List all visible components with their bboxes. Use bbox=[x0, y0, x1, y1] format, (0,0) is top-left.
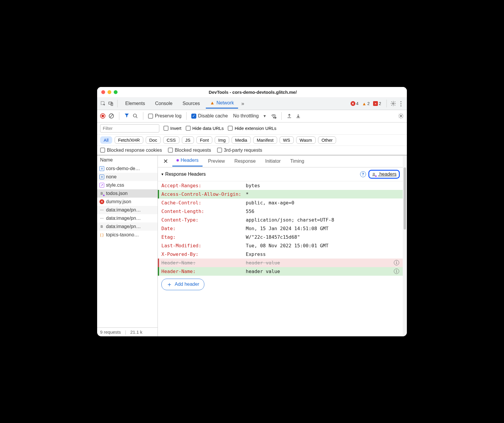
window-controls bbox=[101, 90, 118, 94]
separator bbox=[281, 112, 282, 120]
chip-all[interactable]: All bbox=[100, 136, 112, 144]
header-row-removed: Header-Name:header valuei bbox=[158, 259, 403, 267]
image-icon: ⋯ bbox=[99, 208, 104, 212]
upload-icon[interactable] bbox=[286, 113, 292, 119]
tab-console[interactable]: Console bbox=[151, 99, 177, 108]
request-row[interactable]: { }topics-taxono… bbox=[97, 231, 158, 239]
tab-preview[interactable]: Preview bbox=[204, 157, 229, 166]
request-count: 9 requests bbox=[100, 330, 121, 335]
error-icon: ✕ bbox=[351, 101, 355, 106]
clear-icon[interactable] bbox=[108, 113, 114, 119]
issues-count[interactable]: ✕2 bbox=[373, 101, 381, 106]
chip-manifest[interactable]: Manifest bbox=[253, 136, 277, 144]
record-button[interactable] bbox=[100, 113, 105, 119]
filter-input[interactable] bbox=[100, 124, 159, 133]
warning-count[interactable]: ▲2 bbox=[362, 101, 370, 106]
settings-icon[interactable] bbox=[398, 113, 404, 119]
download-icon[interactable] bbox=[295, 113, 301, 119]
tab-response[interactable]: Response bbox=[230, 157, 260, 166]
help-icon[interactable]: ? bbox=[360, 171, 366, 177]
settings-icon[interactable] bbox=[390, 101, 396, 106]
svg-point-3 bbox=[393, 103, 394, 104]
scroll-thumb[interactable] bbox=[404, 167, 406, 230]
request-row[interactable]: ✕dummy.json bbox=[97, 198, 158, 206]
devtools-window: DevTools - cors-demo-devtools.glitch.me/… bbox=[97, 87, 407, 336]
header-row-override: Access-Control-Allow-Origin:* bbox=[158, 190, 403, 198]
scrollbar[interactable] bbox=[403, 156, 407, 336]
type-filter-chips: All Fetch/XHR Doc CSS JS Font Img Media … bbox=[97, 135, 407, 146]
chip-img[interactable]: Img bbox=[215, 136, 229, 144]
header-row: X-Powered-By:Express bbox=[158, 250, 403, 259]
chip-other[interactable]: Other bbox=[318, 136, 336, 144]
header-row: Cache-Control:public, max-age=0 bbox=[158, 198, 403, 207]
headers-list: Accept-Ranges:bytes Access-Control-Allow… bbox=[158, 181, 403, 336]
name-column-header[interactable]: Name bbox=[97, 156, 158, 164]
chip-fetch[interactable]: Fetch/XHR bbox=[115, 136, 143, 144]
tab-sources[interactable]: Sources bbox=[178, 99, 204, 108]
minimize-window-button[interactable] bbox=[107, 90, 111, 94]
chip-media[interactable]: Media bbox=[232, 136, 251, 144]
tab-timing[interactable]: Timing bbox=[286, 157, 308, 166]
json-icon: { } bbox=[99, 233, 104, 237]
file-override-icon: 🗎 bbox=[99, 191, 104, 196]
third-party-checkbox[interactable]: 3rd-party requests bbox=[217, 148, 262, 153]
request-row[interactable]: 🗎data:image/pn… bbox=[97, 222, 158, 231]
disable-cache-checkbox[interactable]: Disable cache bbox=[191, 113, 228, 119]
disclosure-triangle-icon: ▼ bbox=[161, 172, 164, 176]
header-row: Etag:W/"22c-18457c15d68" bbox=[158, 233, 403, 241]
request-row[interactable]: ≡none bbox=[97, 173, 158, 181]
hide-data-urls-checkbox[interactable]: Hide data URLs bbox=[186, 126, 224, 131]
issue-icon: ✕ bbox=[373, 101, 378, 106]
preserve-log-checkbox[interactable]: Preserve log bbox=[148, 113, 182, 119]
request-row[interactable]: ≡cors-demo-de… bbox=[97, 164, 158, 173]
info-icon[interactable]: i bbox=[394, 260, 399, 265]
separator bbox=[386, 100, 387, 107]
chip-js[interactable]: JS bbox=[182, 136, 194, 144]
blocked-requests-checkbox[interactable]: Blocked requests bbox=[168, 148, 211, 153]
info-icon[interactable]: i bbox=[394, 269, 399, 274]
tab-elements[interactable]: Elements bbox=[121, 99, 149, 108]
request-row-selected[interactable]: 🗎todos.json bbox=[97, 189, 158, 198]
more-tabs-icon[interactable]: » bbox=[240, 101, 246, 106]
close-detail-button[interactable]: ✕ bbox=[160, 158, 171, 165]
filter-icon[interactable] bbox=[124, 113, 129, 120]
request-row[interactable]: ↗style.css bbox=[97, 181, 158, 189]
chip-css[interactable]: CSS bbox=[163, 136, 179, 144]
device-icon[interactable] bbox=[108, 101, 114, 106]
throttling-select[interactable]: No throttling bbox=[233, 113, 259, 119]
maximize-window-button[interactable] bbox=[114, 90, 118, 94]
response-headers-section[interactable]: ▼ Response Headers ? 🗎 .headers bbox=[158, 167, 403, 181]
kebab-menu-icon[interactable]: ⋮ bbox=[398, 101, 404, 106]
extra-filters: Blocked response cookies Blocked request… bbox=[97, 146, 407, 155]
file-override-icon: 🗎 bbox=[372, 172, 376, 177]
transfer-size: 21.1 k bbox=[130, 330, 142, 335]
svg-line-5 bbox=[110, 114, 113, 118]
chip-doc[interactable]: Doc bbox=[146, 136, 161, 144]
svg-point-8 bbox=[273, 117, 274, 118]
override-dot-icon bbox=[176, 159, 179, 162]
chip-wasm[interactable]: Wasm bbox=[296, 136, 316, 144]
network-conditions-icon[interactable] bbox=[271, 113, 277, 119]
header-row: Content-Type:application/json; charset=U… bbox=[158, 216, 403, 224]
close-window-button[interactable] bbox=[101, 90, 105, 94]
tab-headers[interactable]: Headers bbox=[172, 156, 203, 167]
tab-initiator[interactable]: Initiator bbox=[261, 157, 285, 166]
inspect-icon[interactable] bbox=[100, 101, 106, 106]
error-count[interactable]: ✕4 bbox=[351, 101, 359, 106]
chip-ws[interactable]: WS bbox=[280, 136, 294, 144]
separator bbox=[143, 112, 143, 120]
tab-network[interactable]: ▲ Network bbox=[206, 99, 238, 109]
separator bbox=[119, 112, 119, 120]
header-row: Date:Mon, 15 Jan 2024 14:51:08 GMT bbox=[158, 224, 403, 233]
headers-override-link[interactable]: 🗎 .headers bbox=[368, 170, 400, 179]
invert-checkbox[interactable]: Invert bbox=[163, 126, 182, 131]
request-row[interactable]: ⋯data:image/pn… bbox=[97, 206, 158, 214]
search-icon[interactable] bbox=[132, 113, 138, 119]
hide-extension-urls-checkbox[interactable]: Hide extension URLs bbox=[228, 126, 276, 131]
request-row[interactable]: ⋯data:image/pn… bbox=[97, 214, 158, 222]
document-icon: ≡ bbox=[99, 175, 104, 179]
chip-font[interactable]: Font bbox=[196, 136, 212, 144]
add-header-button[interactable]: ＋Add header bbox=[161, 279, 204, 290]
blocked-cookies-checkbox[interactable]: Blocked response cookies bbox=[100, 148, 162, 153]
chevron-down-icon[interactable]: ▾ bbox=[262, 113, 268, 119]
